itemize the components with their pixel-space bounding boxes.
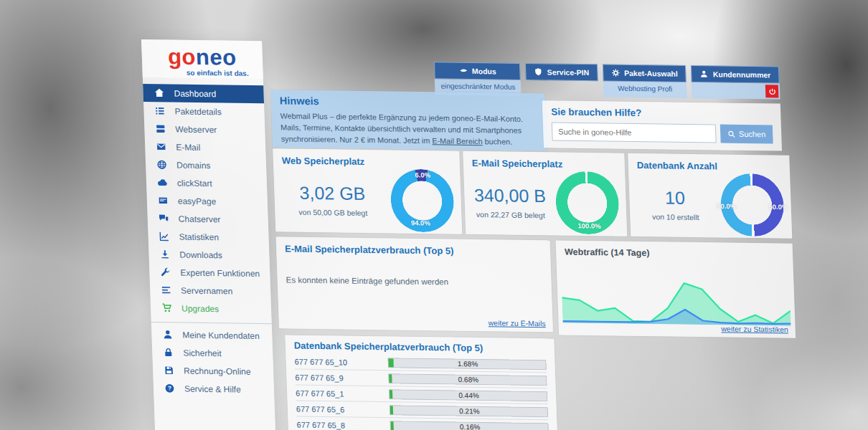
card-title: Datenbank Anzahl	[628, 153, 790, 173]
home-icon	[154, 87, 165, 98]
card-value: 10	[629, 186, 721, 209]
donut-percent-label: 6.0%	[415, 171, 430, 178]
button-label: Paket-Auswahl	[624, 69, 678, 78]
sidebar-item-downloads[interactable]: Downloads	[148, 245, 270, 264]
notice-text-after: buchen.	[482, 138, 512, 147]
db-usage-bar: 1.68%	[387, 358, 546, 370]
db-usage-fill	[388, 358, 394, 367]
db-name: 677 677 65_1	[296, 388, 389, 398]
email-storage-donut: 100.0%	[555, 171, 620, 234]
kundennummer-button[interactable]: Kundennummer	[691, 65, 779, 84]
email-usage-empty-text: Es konnten keine Einträge gefunden werde…	[286, 275, 551, 287]
db-usage-bar: 0.21%	[390, 405, 548, 417]
donut-percent-label: 94.0%	[411, 219, 430, 226]
cloud-icon	[157, 177, 169, 188]
db-usage-bar: 0.16%	[390, 421, 548, 430]
webtraffic-link[interactable]: weiter zu Statistiken	[721, 324, 788, 333]
sidebar-item-label: Statistiken	[179, 231, 219, 242]
help-search-input[interactable]	[552, 122, 717, 143]
email-usage-title: E-Mail Speicherplatzverbrauch (Top 5)	[276, 236, 551, 257]
logo-go: go	[167, 44, 196, 70]
paket-auswahl-button[interactable]: Paket-Auswahl	[603, 64, 687, 82]
server-icon	[155, 123, 166, 134]
sidebar-item-e-mail[interactable]: E-Mail	[145, 138, 266, 157]
db-usage-fill	[390, 390, 392, 398]
sidebar-item-easypage[interactable]: easyPage	[146, 191, 268, 211]
db-usage-bar: 0.44%	[389, 389, 547, 401]
user-icon	[162, 329, 174, 340]
paket-auswahl-sub-label: Webhosting Profi	[603, 81, 687, 98]
topbar-button-kundennummer: Kundennummer	[691, 65, 780, 100]
card-metric: 340,00 B von 22,27 GB belegt	[464, 184, 557, 219]
card-metric: 10 von 10 erstellt	[629, 186, 722, 221]
service-pin-button[interactable]: Service-PIN	[525, 63, 598, 81]
db-name: 677 677 65_9	[295, 373, 388, 383]
notice-email-link[interactable]: E-Mail Bereich	[432, 137, 483, 146]
card-metric: 3,02 GB von 50,00 GB belegt	[274, 182, 392, 217]
sidebar-item-dashboard[interactable]: Dashboard	[143, 84, 264, 103]
sidebar-item-rechnung-online[interactable]: Rechnung-Online	[153, 361, 274, 381]
cart-icon	[161, 302, 173, 313]
chat-icon	[158, 213, 169, 224]
card-caption: von 10 erstellt	[630, 211, 721, 221]
lines-icon	[161, 285, 172, 295]
webtraffic-chart	[561, 266, 791, 326]
sidebar-item-sicherheit[interactable]: Sicherheit	[152, 343, 273, 363]
sidebar-item-chatserver[interactable]: Chatserver	[147, 209, 268, 229]
card-body: 10 von 10 erstellt 50.0%50.0%	[628, 172, 792, 237]
button-label: Service-PIN	[547, 67, 590, 77]
sidebar-item-meine-kundendaten[interactable]: Meine Kundendaten	[151, 322, 273, 345]
db-usage-fill	[390, 406, 393, 414]
sidebar-item-statistiken[interactable]: Statistiken	[148, 227, 269, 247]
modus-button[interactable]: Modus	[434, 62, 521, 80]
logo-wordmark: goneo	[148, 45, 255, 69]
webtraffic-panel: Webtraffic (14 Tage) weiter zu Statistik…	[556, 240, 796, 338]
donut-percent-label: 100.0%	[577, 221, 601, 229]
db-name: 677 677 65_8	[296, 420, 390, 430]
sidebar-item-label: Sicherheit	[183, 348, 222, 358]
power-icon	[768, 87, 775, 95]
db-usage-fill	[390, 421, 393, 430]
sidebar-item-label: Webserver	[175, 124, 217, 135]
sidebar-item-clickstart[interactable]: clickStart	[146, 173, 268, 193]
sidebar-item-label: clickStart	[177, 178, 212, 188]
db-percent-label: 1.68%	[458, 360, 478, 368]
donut-percent-label: 50.0%	[717, 202, 736, 210]
topbar-button-modus: Moduseingeschränkter Modus	[434, 62, 522, 96]
invoice-icon	[164, 365, 175, 376]
sidebar-item-servernamen[interactable]: Servernamen	[150, 281, 271, 300]
sidebar: goneo so einfach ist das. DashboardPaket…	[141, 39, 276, 430]
topbar-button-paket-auswahl: Paket-AuswahlWebhosting Profi	[603, 64, 687, 98]
sidebar-item-label: Experten Funktionen	[180, 267, 260, 278]
logout-power-button[interactable]	[765, 85, 779, 97]
sidebar-item-service-hilfe[interactable]: Service & Hilfe	[154, 379, 275, 398]
sidebar-item-experten-funktionen[interactable]: Experten Funktionen	[149, 263, 270, 282]
email-usage-link[interactable]: weiter zu E-Mails	[488, 318, 545, 328]
sidebar-item-upgrades[interactable]: Upgrades	[151, 299, 272, 318]
shield-icon	[534, 67, 543, 76]
sidebar-item-webserver[interactable]: Webserver	[144, 120, 265, 139]
search-icon	[727, 130, 735, 138]
sidebar-item-paketdetails[interactable]: Paketdetails	[143, 102, 265, 121]
webtraffic-title: Webtraffic (14 Tage)	[556, 240, 793, 259]
sidebar-item-label: easyPage	[178, 196, 217, 206]
sidebar-item-label: Rechnung-Online	[184, 366, 251, 376]
sidebar-item-label: Dashboard	[174, 88, 216, 99]
email-usage-panel: E-Mail Speicherplatzverbrauch (Top 5) Es…	[276, 236, 553, 332]
card-title: Web Speicherplatz	[273, 148, 460, 168]
sidebar-item-label: Paketdetails	[174, 106, 222, 117]
notice-title: Hinweis	[280, 95, 537, 110]
help-title: Sie brauchen Hilfe?	[551, 106, 773, 120]
sidebar-item-label: Domains	[176, 160, 211, 171]
mail-icon	[156, 141, 167, 152]
db-name: 677 677 65_6	[296, 404, 390, 414]
card-body: 340,00 B von 22,27 GB belegt 100.0%	[463, 170, 627, 235]
sidebar-item-domains[interactable]: Domains	[146, 156, 267, 175]
search-button[interactable]: Suchen	[720, 125, 773, 144]
sidebar-nav: DashboardPaketdetailsWebserverE-MailDoma…	[143, 84, 274, 398]
chart-icon	[159, 231, 170, 242]
web-storage-card: Web Speicherplatz 3,02 GB von 50,00 GB b…	[273, 148, 462, 234]
card-value: 340,00 B	[464, 184, 556, 206]
sidebar-item-label: E-Mail	[176, 142, 201, 152]
user-icon	[700, 70, 709, 78]
